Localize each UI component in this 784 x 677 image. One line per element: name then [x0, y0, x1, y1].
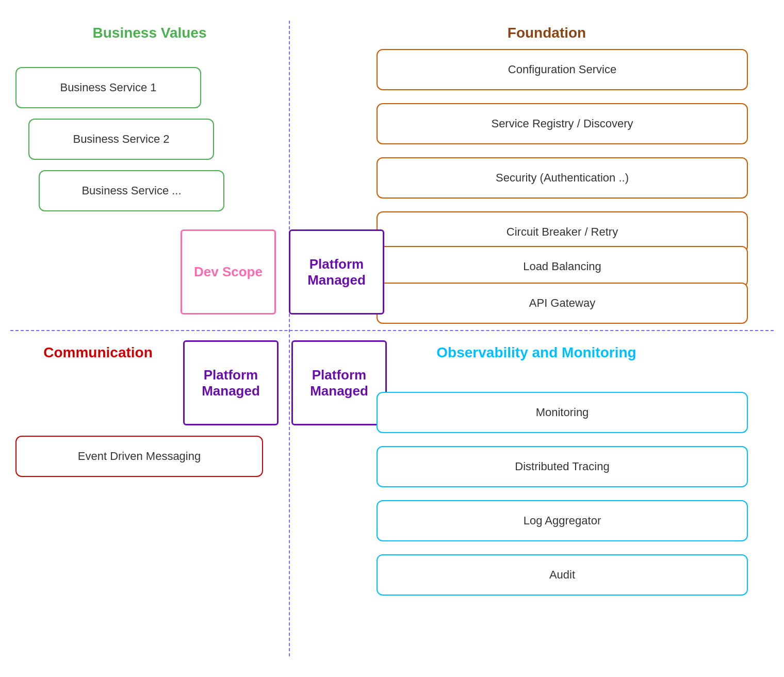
vertical-divider	[289, 21, 290, 656]
foundation-service-2: Service Registry / Discovery	[377, 103, 748, 144]
foundation-service-1: Configuration Service	[377, 49, 748, 90]
dev-scope-box: Dev Scope	[181, 229, 276, 315]
header-business-values: Business Values	[52, 25, 248, 41]
header-foundation: Foundation	[423, 25, 671, 41]
diagram-container: Business Values Foundation Communication…	[0, 0, 784, 677]
business-service-1: Business Service 1	[15, 67, 201, 108]
foundation-service-5: Load Balancing	[377, 246, 748, 287]
observability-service-3: Log Aggregator	[377, 500, 748, 541]
horizontal-divider	[10, 330, 774, 331]
foundation-service-6: API Gateway	[377, 283, 748, 324]
platform-managed-box-2: PlatformManaged	[183, 340, 279, 425]
header-communication: Communication	[26, 344, 170, 361]
header-observability: Observability and Monitoring	[402, 344, 671, 361]
business-service-3: Business Service ...	[39, 170, 224, 211]
platform-managed-box-3: PlatformManaged	[291, 340, 387, 425]
observability-service-1: Monitoring	[377, 392, 748, 433]
observability-service-4: Audit	[377, 554, 748, 596]
communication-service-1: Event Driven Messaging	[15, 436, 263, 477]
business-service-2: Business Service 2	[28, 119, 214, 160]
foundation-service-3: Security (Authentication ..)	[377, 157, 748, 199]
platform-managed-box-1: PlatformManaged	[289, 229, 384, 315]
observability-service-2: Distributed Tracing	[377, 446, 748, 487]
